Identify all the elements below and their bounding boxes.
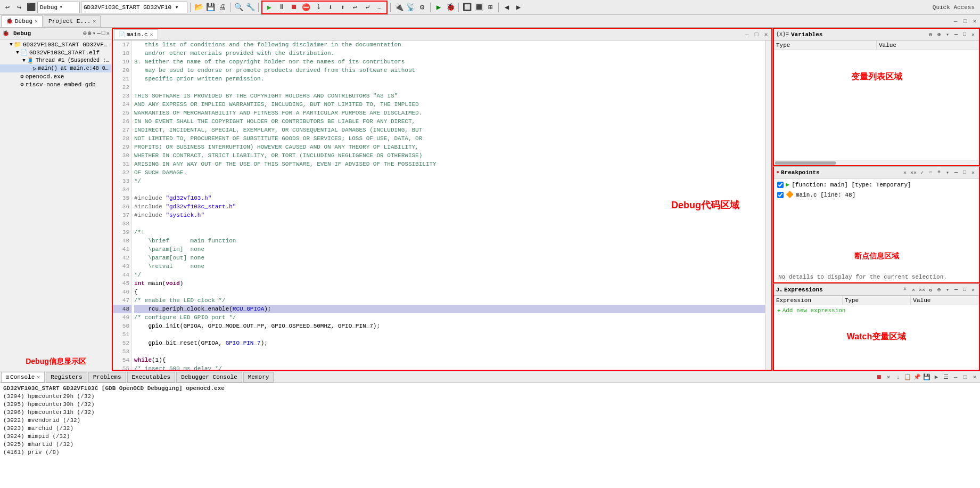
tree-item-openocd[interactable]: ⚙ openocd.exe bbox=[0, 72, 112, 80]
console-scroll-icon[interactable]: ↓ bbox=[894, 373, 902, 381]
toolbar-nav-2[interactable]: ▶ bbox=[513, 2, 524, 13]
bp-menu-icon[interactable]: ▾ bbox=[944, 169, 951, 176]
add-expression-button[interactable]: ✚ Add new expression bbox=[774, 305, 979, 315]
console-close-icon[interactable]: ✕ bbox=[970, 373, 979, 381]
debug-collapse-icon[interactable]: ⊖ bbox=[83, 30, 87, 37]
bp-item-1[interactable]: 🔶 main.c [line: 48] bbox=[774, 190, 979, 200]
expr-add-icon[interactable]: + bbox=[901, 287, 909, 293]
debug-dropdown[interactable]: Debug ▾ bbox=[37, 2, 80, 13]
vars-maximize-icon[interactable]: □ bbox=[961, 31, 968, 38]
toolbar-nav-1[interactable]: ◀ bbox=[501, 2, 512, 13]
minimize-btn[interactable]: — bbox=[951, 17, 960, 26]
toolbar-ext-1[interactable]: 🔌 bbox=[393, 2, 404, 13]
toolbar-icon-1[interactable]: 📂 bbox=[193, 2, 204, 13]
console-tab-problems[interactable]: Problems bbox=[88, 372, 126, 383]
vars-minimize-icon[interactable]: — bbox=[952, 31, 960, 38]
expr-close-icon[interactable]: ✕ bbox=[969, 287, 977, 293]
expr-refresh-icon[interactable]: ↻ bbox=[927, 287, 934, 293]
vars-menu-icon[interactable]: ▾ bbox=[944, 31, 951, 38]
console-tab-console[interactable]: ⊞ Console ✕ bbox=[1, 372, 45, 383]
toolbar-misc-1[interactable]: 🔲 bbox=[462, 2, 472, 13]
vars-close-icon[interactable]: ✕ bbox=[969, 31, 977, 38]
console-tab-memory[interactable]: Memory bbox=[243, 372, 274, 383]
toolbar-misc-3[interactable]: ⊞ bbox=[485, 2, 496, 13]
maximize-btn[interactable]: □ bbox=[961, 17, 969, 26]
expr-menu-icon[interactable]: ▾ bbox=[944, 287, 951, 293]
toolbar-misc-2[interactable]: 🔳 bbox=[473, 2, 484, 13]
runtoline-button[interactable]: ⤶ bbox=[361, 2, 373, 13]
console-tab-close[interactable]: ✕ bbox=[37, 374, 40, 380]
tree-item-project[interactable]: ▼ 📁 GD32VF103C_START GD32VF103C bbox=[0, 40, 112, 48]
toolbar-run-icon[interactable]: ▶ bbox=[433, 2, 444, 13]
vars-hscrollbar[interactable] bbox=[774, 160, 979, 165]
editor-tab-main[interactable]: 📄 main.c ✕ bbox=[114, 29, 158, 40]
debug-minimize-icon[interactable]: — bbox=[97, 30, 101, 37]
console-run-icon[interactable]: ▶ bbox=[932, 373, 941, 381]
tab-project[interactable]: Project E... ✕ bbox=[44, 15, 101, 27]
expr-collapse-icon[interactable]: ⊖ bbox=[935, 287, 943, 293]
file-dropdown[interactable]: GD32VF103C_START GD32VF10 ▾ bbox=[81, 2, 187, 13]
expr-removeall-icon[interactable]: ✕✕ bbox=[918, 287, 926, 293]
expr-maximize-icon[interactable]: □ bbox=[961, 287, 968, 293]
stepreturn-button[interactable]: ↩ bbox=[349, 2, 361, 13]
console-maximize-icon[interactable]: □ bbox=[961, 373, 969, 381]
debug-close-icon[interactable]: ✕ bbox=[106, 30, 110, 37]
debug-menu-icon[interactable]: ▾ bbox=[93, 30, 96, 37]
console-save-icon[interactable]: 💾 bbox=[923, 373, 931, 381]
console-minimize-icon[interactable]: — bbox=[951, 373, 960, 381]
suspend-button[interactable]: ⏸ bbox=[276, 2, 287, 13]
bp-maximize-icon[interactable]: □ bbox=[961, 169, 968, 176]
editor-tab-close[interactable]: ✕ bbox=[150, 31, 153, 38]
console-menu-icon[interactable]: ☰ bbox=[942, 373, 950, 381]
expr-remove-icon[interactable]: ✕ bbox=[910, 287, 917, 293]
toolbar-ext-3[interactable]: ⚙ bbox=[417, 2, 427, 13]
bp-checkbox-1[interactable] bbox=[777, 192, 784, 198]
vars-collapse-icon[interactable]: ⊖ bbox=[927, 31, 934, 38]
toolbar-icon-2[interactable]: 💾 bbox=[205, 2, 216, 13]
resume-button[interactable]: ▶ bbox=[263, 2, 275, 13]
editor-scrollbar[interactable] bbox=[765, 40, 771, 370]
toolbar-icon-5[interactable]: 🔧 bbox=[245, 2, 256, 13]
bp-enable-icon[interactable]: ✓ bbox=[918, 169, 926, 176]
tab-project-close[interactable]: ✕ bbox=[93, 18, 96, 25]
tree-item-main[interactable]: ▷ main() at main.c:48 0x80c... bbox=[0, 64, 112, 72]
bp-remove-icon[interactable]: ✕ bbox=[901, 169, 909, 176]
console-tab-executables[interactable]: Executables bbox=[127, 372, 176, 383]
stepinto-button[interactable]: ⬇ bbox=[325, 2, 336, 13]
stop-button[interactable]: ⏹ bbox=[288, 2, 300, 13]
toolbar-back-icon[interactable]: ↩ bbox=[2, 2, 13, 13]
disconnect-button[interactable]: ⛔ bbox=[300, 2, 312, 13]
close-btn[interactable]: ✕ bbox=[970, 17, 979, 26]
bp-item-0[interactable]: ▶ [function: main] [type: Temporary] bbox=[774, 180, 979, 190]
tree-item-thread[interactable]: ▼ 🧵 Thread #1 (Suspended : Bre... bbox=[0, 56, 112, 64]
tab-debug[interactable]: 🐞 Debug ✕ bbox=[1, 15, 43, 27]
console-stop-icon[interactable]: ⏹ bbox=[875, 373, 883, 381]
vars-hscroll-thumb[interactable] bbox=[775, 161, 836, 165]
editor-minimize[interactable]: — bbox=[743, 30, 751, 39]
expr-minimize-icon[interactable]: — bbox=[952, 287, 960, 293]
tab-debug-close[interactable]: ✕ bbox=[35, 18, 38, 25]
tree-item-elf[interactable]: ▼ 📄 GD32VF103C_START.elf bbox=[0, 48, 112, 56]
code-content[interactable]: this list of conditions and the followin… bbox=[132, 40, 771, 370]
editor-close[interactable]: ✕ bbox=[762, 30, 770, 39]
toolbar-forward-icon[interactable]: ↪ bbox=[14, 2, 24, 13]
toolbar-icon-3[interactable]: 🖨 bbox=[217, 2, 227, 13]
toolbar-debug-run-icon[interactable]: 🐞 bbox=[445, 2, 456, 13]
tree-item-gdb[interactable]: ⚙ riscv-none-embed-gdb bbox=[0, 80, 112, 88]
console-tab-registers[interactable]: Registers bbox=[46, 372, 87, 383]
bp-removeall-icon[interactable]: ✕✕ bbox=[910, 169, 917, 176]
settings-button[interactable]: … bbox=[374, 2, 385, 13]
bp-disable-icon[interactable]: ○ bbox=[927, 169, 934, 176]
toolbar-stop-icon[interactable]: ⬛ bbox=[26, 2, 36, 13]
debug-expand-icon[interactable]: ⊕ bbox=[88, 30, 92, 37]
stepover-button[interactable]: ⤵ bbox=[312, 2, 324, 13]
console-tab-debugger[interactable]: Debugger Console bbox=[176, 372, 242, 383]
bp-close-icon[interactable]: ✕ bbox=[969, 169, 977, 176]
bp-add-icon[interactable]: + bbox=[935, 169, 943, 176]
stepout-button[interactable]: ⬆ bbox=[337, 2, 349, 13]
vars-expand-icon[interactable]: ⊕ bbox=[935, 31, 943, 38]
console-copy-icon[interactable]: 📋 bbox=[903, 373, 912, 381]
console-paste-icon[interactable]: 📌 bbox=[913, 373, 921, 381]
bp-minimize-icon[interactable]: — bbox=[952, 169, 960, 176]
toolbar-ext-2[interactable]: 📡 bbox=[405, 2, 416, 13]
